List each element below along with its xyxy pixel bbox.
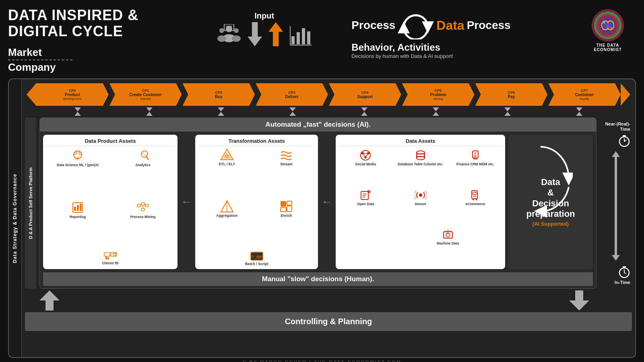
asset-item-process-mining: Process Mining <box>111 200 174 250</box>
svg-line-64 <box>366 154 368 156</box>
reporting-label: Reporting <box>70 215 86 219</box>
header-right: Process Data Process <box>351 7 553 59</box>
svg-point-2 <box>219 28 224 33</box>
arrow-down-4 <box>289 107 296 111</box>
svg-rect-51 <box>281 208 286 212</box>
svg-rect-82 <box>473 192 476 195</box>
footer: © BY MARCO GEUER | THE-DATA-ECONOMIST.CO… <box>8 360 636 362</box>
slow-decisions-bar: Manual "slow" decisions (Human). <box>43 272 593 286</box>
reporting-icon <box>71 201 84 214</box>
header-center: Input <box>204 7 325 46</box>
svg-line-26 <box>142 152 147 156</box>
svg-point-16 <box>594 12 621 39</box>
svg-rect-12 <box>302 28 305 44</box>
arrow-pair-5 <box>328 107 400 116</box>
logo-text: THE DATA ECONOMIST <box>594 43 622 52</box>
pipeline-item-cp5: CP5 Problem solving <box>402 83 475 106</box>
analytics-label: Analytics <box>135 163 151 167</box>
behavior-title: Behavior, Activities <box>351 42 553 53</box>
svg-point-60 <box>367 152 369 154</box>
process-right: Process <box>467 19 511 32</box>
data-decision-block: Data&Decisionpreparation (AI Supported) <box>508 135 593 269</box>
svg-rect-29 <box>77 205 79 211</box>
input-label: Input <box>254 11 274 21</box>
asset-item-classic-bi: Classic BI <box>46 251 174 266</box>
svg-rect-40 <box>105 257 107 259</box>
transform-stream: Stream <box>258 148 315 197</box>
header-left: DATA INSPIRED & DIGITAL CYCLE Market Com… <box>8 7 177 74</box>
process-data-row: Process Data Process <box>351 11 553 39</box>
chart-icon <box>289 24 312 46</box>
transformation-assets-grid: ETL / ELT Stream <box>198 148 315 249</box>
pipeline-item-cp6: CP6 Pay <box>475 83 548 106</box>
sensor-icon <box>415 189 427 201</box>
svg-rect-33 <box>145 204 149 207</box>
arrow-up-5 <box>361 112 367 116</box>
company-label: Company <box>8 61 177 74</box>
svg-rect-52 <box>287 201 292 205</box>
brain-icon <box>71 149 84 162</box>
svg-point-83 <box>473 199 474 200</box>
logo-image <box>592 9 624 41</box>
svg-rect-53 <box>287 206 292 212</box>
open-data-icon <box>359 189 372 201</box>
pipeline-item-cp1: CP1 Create Customer Interest <box>109 83 182 106</box>
finance-label: Finance CRM MDM etc. <box>456 162 494 166</box>
svg-text:>_: >_ <box>252 254 257 259</box>
dashed-divider <box>8 60 72 60</box>
in-time-block: In-Time <box>601 265 630 285</box>
svg-rect-11 <box>297 32 300 44</box>
pipeline-item-cp2: CP2 Buy <box>183 83 255 106</box>
svg-point-59 <box>361 152 364 154</box>
etl-icon <box>220 148 234 161</box>
svg-point-58 <box>361 150 370 160</box>
svg-point-24 <box>141 151 148 157</box>
etl-label: ETL / ELT <box>219 162 235 166</box>
pipeline-item-cp0: CP0 Product development <box>36 83 109 106</box>
svg-line-35 <box>140 204 141 206</box>
large-up-arrow-left <box>39 290 60 311</box>
svg-rect-28 <box>74 207 76 211</box>
transform-aggregation: Aggregation <box>198 200 256 249</box>
data-center-label: Data <box>436 18 464 33</box>
open-data-label: Open Data <box>357 202 374 206</box>
transform-batch: >_ Batch / Script <box>198 251 315 266</box>
behavior-subtitle: Decisions by human with Data & AI suppor… <box>351 53 553 59</box>
svg-rect-32 <box>141 203 144 205</box>
process-mining-icon <box>136 201 149 214</box>
svg-point-84 <box>476 199 477 200</box>
svg-rect-13 <box>307 31 310 44</box>
svg-rect-34 <box>141 208 144 211</box>
logo-svg <box>594 11 622 39</box>
arrow-down-8 <box>576 107 582 111</box>
aggregation-icon <box>220 200 234 213</box>
svg-line-36 <box>144 204 145 206</box>
database-label: Database Table Column etc. <box>398 162 443 166</box>
controlling-bar: Controlling & Planning <box>25 312 632 331</box>
data-asset-open: Open Data <box>339 188 392 226</box>
arrow-down-2 <box>146 107 153 111</box>
svg-rect-30 <box>80 204 82 211</box>
svg-point-80 <box>419 193 422 197</box>
svg-rect-38 <box>104 253 110 256</box>
svg-point-61 <box>364 156 367 158</box>
enrich-label: Enrich <box>281 214 292 218</box>
data-asset-database: Database Table Column etc. <box>394 148 447 187</box>
ecommerce-label: eCommerce <box>466 202 485 206</box>
data-decision-subtitle: (AI Supported) <box>526 221 575 227</box>
process-left: Process <box>351 19 395 32</box>
large-down-arrow-right <box>569 290 589 311</box>
svg-point-17 <box>603 21 605 24</box>
svg-rect-95 <box>623 135 626 136</box>
diagram-area: Data Strategy & Data Governance CP0 Prod… <box>8 78 636 358</box>
pipeline-item-cp7: CP7 Customer loyalty <box>548 83 621 106</box>
timer-icon-top <box>618 134 630 147</box>
logo-block: THE DATA ECONOMIST <box>580 7 636 52</box>
arrow-up-3 <box>218 112 224 116</box>
pipeline-item-cp3: CP3 Deliver <box>256 83 328 106</box>
data-asset-ecommerce: eCommerce <box>449 188 502 226</box>
database-icon <box>415 149 427 161</box>
process-mining-label: Process Mining <box>130 215 156 219</box>
robot-arm-icon <box>469 149 481 161</box>
middle-section: D & A Product Self Serve Platform Automa… <box>22 117 635 290</box>
